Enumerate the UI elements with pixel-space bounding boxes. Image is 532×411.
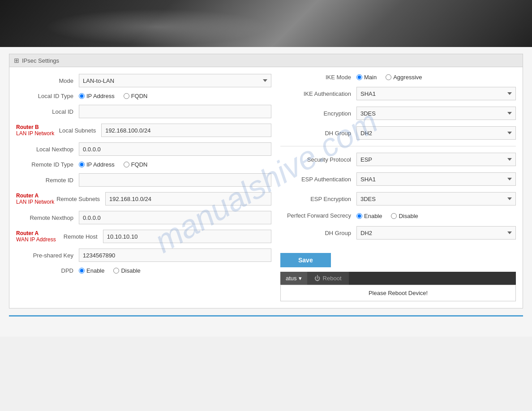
remote-host-row: Router A WAN IP Address Remote Host xyxy=(16,230,271,243)
status-label: atus xyxy=(286,275,297,282)
local-id-type-fqdn-label: FQDN xyxy=(131,93,148,99)
remote-id-type-fqdn-option[interactable]: FQDN xyxy=(124,161,148,168)
mode-select[interactable]: LAN-to-LAN Host-to-LAN xyxy=(79,74,271,87)
remote-host-input[interactable] xyxy=(103,230,271,243)
remote-nexthop-input[interactable] xyxy=(79,211,271,224)
router-a-wan-annotation: Router A WAN IP Address xyxy=(16,230,58,243)
ike-mode-main-radio[interactable] xyxy=(356,74,362,80)
remote-id-type-ip-label: IP Address xyxy=(86,161,115,168)
ipsec-settings-panel: ⊞ IPsec Settings Mode LAN-to-LAN Host-to… xyxy=(9,54,523,308)
ike-mode-label: IKE Mode xyxy=(280,74,356,81)
local-id-type-ip-radio[interactable] xyxy=(79,93,85,99)
dpd-row: DPD Enable Disable xyxy=(16,267,271,274)
dh-group2-row: DH Group DH2 DH5 DH14 xyxy=(280,226,516,240)
security-protocol-label: Security Protocol xyxy=(280,156,356,163)
security-protocol-select[interactable]: ESP AH xyxy=(356,153,516,166)
dpd-disable-option[interactable]: Disable xyxy=(113,267,140,274)
ike-mode-radio-group: Main Aggressive xyxy=(356,74,516,81)
local-id-input[interactable] xyxy=(79,105,271,118)
esp-encryption-select[interactable]: 3DES AES-128 AES-256 DES xyxy=(356,192,516,206)
ike-mode-aggressive-option[interactable]: Aggressive xyxy=(386,74,422,81)
ike-mode-main-option[interactable]: Main xyxy=(356,74,377,81)
panel-icon: ⊞ xyxy=(14,57,19,64)
ike-auth-select[interactable]: SHA1 MD5 xyxy=(356,87,516,100)
ike-mode-main-label: Main xyxy=(364,74,377,81)
remote-id-type-fqdn-radio[interactable] xyxy=(124,162,129,167)
local-subnets-row: Router B LAN IP Network Local Subnets xyxy=(16,124,271,137)
local-id-row: Local ID xyxy=(16,105,271,118)
remote-subnets-input[interactable] xyxy=(105,192,271,206)
local-subnets-input[interactable] xyxy=(101,124,271,137)
router-b-annotation: Router B LAN IP Network xyxy=(16,124,56,137)
local-id-type-ip-option[interactable]: IP Address xyxy=(79,93,115,99)
power-icon: ⏻ xyxy=(314,275,320,282)
local-id-type-label: Local ID Type xyxy=(16,93,79,99)
reboot-button[interactable]: ⏻ Reboot xyxy=(307,272,349,285)
remote-subnets-row: Router A LAN IP Network Remote Subnets xyxy=(16,192,271,206)
local-id-type-radio-group: IP Address FQDN xyxy=(79,93,271,99)
reboot-area: atus ▾ ⏻ Reboot Please Reboot Device! xyxy=(280,272,516,301)
remote-nexthop-label: Remote Nexthop xyxy=(16,214,79,221)
remote-id-type-ip-option[interactable]: IP Address xyxy=(79,161,115,168)
save-area: Save xyxy=(280,253,516,267)
reboot-label: Reboot xyxy=(323,275,342,282)
remote-id-label: Remote ID xyxy=(16,177,79,184)
pfs-disable-label: Disable xyxy=(399,213,418,219)
local-id-type-fqdn-radio[interactable] xyxy=(124,93,129,99)
remote-id-type-radio-group: IP Address FQDN xyxy=(79,161,271,168)
local-nexthop-row: Local Nexthop xyxy=(16,142,271,156)
preshared-key-label: Pre-shared Key xyxy=(16,252,79,259)
pfs-radio-group: Enable Disable xyxy=(356,213,516,219)
local-nexthop-input[interactable] xyxy=(79,142,271,156)
dpd-enable-radio[interactable] xyxy=(79,268,85,274)
local-id-type-fqdn-option[interactable]: FQDN xyxy=(124,93,148,99)
mode-label: Mode xyxy=(16,77,79,84)
remote-id-type-ip-radio[interactable] xyxy=(79,162,85,167)
ike-auth-label: IKE Authentication xyxy=(280,90,356,97)
page-footer xyxy=(0,323,532,337)
local-subnets-label: Local Subnets xyxy=(56,127,101,134)
mode-row: Mode LAN-to-LAN Host-to-LAN xyxy=(16,74,271,87)
ike-mode-row: IKE Mode Main Aggressive xyxy=(280,74,516,81)
pfs-enable-radio[interactable] xyxy=(356,213,362,219)
dpd-enable-label: Enable xyxy=(86,267,104,274)
dpd-radio-group: Enable Disable xyxy=(79,267,271,274)
remote-nexthop-row: Remote Nexthop xyxy=(16,211,271,224)
reboot-bar: atus ▾ ⏻ Reboot xyxy=(280,272,516,285)
local-id-type-row: Local ID Type IP Address FQDN xyxy=(16,93,271,99)
remote-id-type-row: Remote ID Type IP Address FQDN xyxy=(16,161,271,168)
esp-encryption-row: ESP Encryption 3DES AES-128 AES-256 DES xyxy=(280,192,516,206)
remote-host-label: Remote Host xyxy=(58,233,103,240)
status-button[interactable]: atus ▾ xyxy=(280,272,307,285)
save-button[interactable]: Save xyxy=(280,253,331,267)
remote-id-type-label: Remote ID Type xyxy=(16,161,79,168)
dpd-enable-option[interactable]: Enable xyxy=(79,267,104,274)
remote-id-type-fqdn-label: FQDN xyxy=(131,161,148,168)
dh-group-label: DH Group xyxy=(280,130,356,137)
pfs-row: Perfect Forward Secrecy Enable Disable xyxy=(280,212,516,220)
remote-subnets-label: Remote Subnets xyxy=(56,196,105,202)
encryption-row: Encryption 3DES AES-128 AES-256 DES xyxy=(280,107,516,120)
panel-header: ⊞ IPsec Settings xyxy=(9,54,523,67)
ike-mode-aggressive-radio[interactable] xyxy=(386,74,391,80)
remote-id-input[interactable] xyxy=(79,173,271,187)
encryption-select[interactable]: 3DES AES-128 AES-256 DES xyxy=(356,107,516,120)
dpd-disable-radio[interactable] xyxy=(113,268,119,274)
remote-id-row: Remote ID xyxy=(16,173,271,187)
pfs-disable-option[interactable]: Disable xyxy=(391,213,418,219)
preshared-key-input[interactable] xyxy=(79,248,271,262)
bottom-border xyxy=(9,315,523,317)
ike-mode-aggressive-label: Aggressive xyxy=(393,74,422,81)
security-protocol-row: Security Protocol ESP AH xyxy=(280,153,516,166)
pfs-disable-radio[interactable] xyxy=(391,213,397,219)
preshared-key-row: Pre-shared Key xyxy=(16,248,271,262)
local-id-type-ip-label: IP Address xyxy=(86,93,115,99)
dropdown-arrow-icon: ▾ xyxy=(299,275,302,282)
dh-group-select[interactable]: DH2 DH5 DH14 xyxy=(356,126,516,140)
esp-auth-row: ESP Authentication SHA1 MD5 xyxy=(280,172,516,186)
esp-auth-label: ESP Authentication xyxy=(280,176,356,183)
esp-auth-select[interactable]: SHA1 MD5 xyxy=(356,172,516,186)
ike-auth-row: IKE Authentication SHA1 MD5 xyxy=(280,87,516,100)
dh-group2-select[interactable]: DH2 DH5 DH14 xyxy=(356,226,516,240)
pfs-enable-option[interactable]: Enable xyxy=(356,213,382,219)
